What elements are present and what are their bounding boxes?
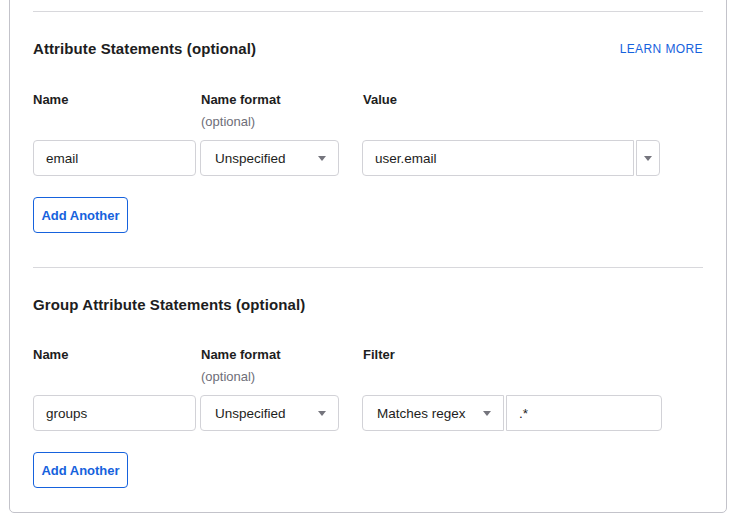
group-attribute-statements-title: Group Attribute Statements (optional) (33, 296, 305, 313)
group-name-format-select[interactable]: Unspecified (200, 395, 339, 431)
attr-col-format-label: Name format (201, 92, 280, 107)
section-divider (33, 11, 703, 12)
chevron-down-icon (483, 411, 491, 416)
group-name-format-value: Unspecified (215, 406, 286, 421)
section-divider (33, 267, 703, 268)
group-col-format-label: Name format (201, 347, 280, 362)
attr-value-dropdown-button[interactable] (636, 140, 660, 176)
group-col-filter-label: Filter (363, 347, 395, 362)
attr-name-input[interactable] (33, 140, 196, 176)
group-add-another-button[interactable]: Add Another (33, 452, 128, 488)
group-col-name-label: Name (33, 347, 68, 362)
attr-name-format-select[interactable]: Unspecified (200, 140, 339, 176)
group-filter-value-input[interactable] (506, 395, 662, 431)
attr-name-format-value: Unspecified (215, 151, 286, 166)
group-filter-type-value: Matches regex (377, 406, 466, 421)
attr-add-another-button[interactable]: Add Another (33, 197, 128, 233)
saml-settings-panel: Attribute Statements (optional) LEARN MO… (0, 0, 737, 530)
group-col-format-optional-note: (optional) (201, 369, 255, 384)
attribute-statements-title: Attribute Statements (optional) (33, 40, 256, 57)
learn-more-link[interactable]: LEARN MORE (620, 42, 703, 56)
chevron-down-icon (318, 411, 326, 416)
chevron-down-icon (318, 156, 326, 161)
group-name-input[interactable] (33, 395, 196, 431)
attr-col-format-optional-note: (optional) (201, 114, 255, 129)
group-filter-type-select[interactable]: Matches regex (362, 395, 504, 431)
attr-value-input[interactable] (362, 140, 634, 176)
attr-col-value-label: Value (363, 92, 397, 107)
chevron-down-icon (644, 156, 652, 161)
attr-col-name-label: Name (33, 92, 68, 107)
settings-card (9, 0, 727, 513)
